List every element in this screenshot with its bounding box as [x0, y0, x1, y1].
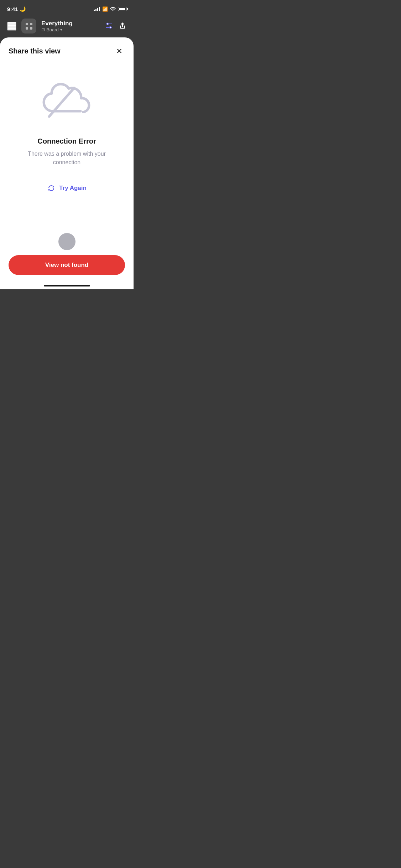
status-bar: 9:41 🌙 📶: [0, 0, 134, 16]
share-button[interactable]: [119, 22, 126, 31]
modal-header: Share this view: [0, 37, 134, 63]
app-icon: [21, 19, 36, 33]
svg-point-5: [107, 23, 109, 25]
try-again-label: Try Again: [59, 185, 87, 192]
view-not-found-button[interactable]: View not found: [9, 255, 125, 275]
app-header: Everything ⊡ Board ▾: [0, 16, 134, 38]
try-again-button[interactable]: Try Again: [41, 181, 92, 195]
svg-rect-1: [8, 25, 16, 26]
wifi-icon: 📶: [102, 6, 108, 12]
svg-rect-2: [8, 28, 16, 29]
share-view-modal: Share this view Connection Error There w…: [0, 37, 134, 289]
signal-bars-icon: [94, 7, 100, 11]
error-title: Connection Error: [37, 137, 96, 145]
board-icon: ⊡: [41, 27, 45, 32]
close-button[interactable]: [114, 45, 125, 57]
status-icons: 📶: [94, 6, 126, 12]
status-time: 9:41: [7, 6, 18, 12]
cloud-slash-icon: [38, 81, 95, 127]
error-description: There was a problem with your connection: [24, 150, 110, 167]
error-illustration: [38, 81, 95, 127]
refresh-icon: [47, 184, 56, 192]
wifi-icon: [110, 7, 116, 11]
subtitle-label: Board: [46, 27, 59, 32]
filter-button[interactable]: [105, 22, 113, 31]
moon-icon: 🌙: [20, 6, 26, 12]
modal-content: Connection Error There was a problem wit…: [0, 63, 134, 289]
header-subtitle[interactable]: ⊡ Board ▾: [41, 27, 73, 32]
home-indicator: [44, 285, 90, 286]
chevron-down-icon: ▾: [60, 27, 62, 32]
app-icon-dots: [26, 23, 32, 30]
svg-rect-0: [8, 22, 16, 24]
modal-title: Share this view: [9, 47, 61, 55]
header-actions: [105, 22, 126, 31]
page-title: Everything: [41, 20, 73, 27]
header-title-group: Everything ⊡ Board ▾: [41, 20, 73, 32]
drag-handle: [58, 233, 75, 250]
svg-point-6: [110, 26, 111, 28]
battery-icon: [118, 7, 126, 11]
menu-button[interactable]: [7, 22, 16, 31]
